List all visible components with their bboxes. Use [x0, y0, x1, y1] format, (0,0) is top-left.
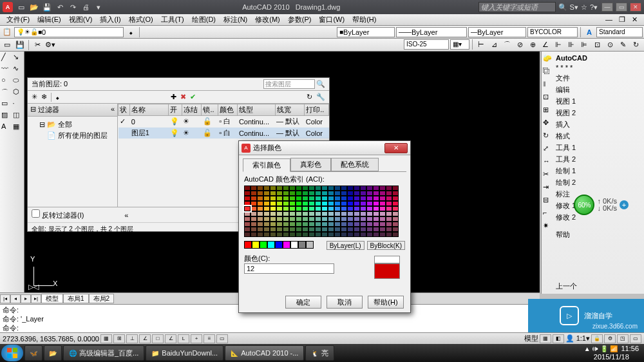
layer-row-0[interactable]: ✓0 💡☀ 🔓▫ 白 Continu...— 默认Color	[118, 116, 329, 128]
status-iso-icon[interactable]: ◳	[617, 334, 629, 343]
aci-swatch[interactable]	[308, 216, 315, 222]
aci-swatch[interactable]	[347, 216, 354, 222]
aci-swatch[interactable]	[328, 232, 334, 237]
aci-swatch[interactable]	[392, 186, 399, 191]
basic-color-swatch[interactable]	[244, 241, 252, 249]
aci-swatch[interactable]	[302, 232, 308, 237]
menu-dimension[interactable]: 标注(N)	[221, 15, 250, 24]
aci-swatch[interactable]	[251, 216, 257, 222]
tab-index-color[interactable]: 索引颜色	[243, 158, 290, 172]
panel-offset-icon[interactable]: ⊡	[543, 93, 552, 102]
spline-icon[interactable]: ∿	[13, 64, 22, 73]
panel-item-help[interactable]: 帮助	[556, 230, 643, 240]
aci-swatch[interactable]	[315, 222, 321, 227]
aci-swatch[interactable]	[334, 227, 341, 232]
layer-dropdown[interactable]: 💡☀🔓■ 0	[14, 27, 124, 37]
text-style-icon[interactable]: A	[583, 26, 595, 38]
aci-swatch[interactable]	[263, 191, 270, 196]
aci-swatch[interactable]	[373, 206, 379, 211]
doc-close-button[interactable]: ✕	[629, 15, 640, 24]
tab-true-color[interactable]: 真彩色	[290, 158, 331, 171]
arc-dim-icon[interactable]: ⌒	[501, 39, 513, 51]
panel-item-insert[interactable]: 插入	[556, 120, 643, 129]
aci-swatch[interactable]	[341, 191, 347, 196]
doc-restore-button[interactable]: ❐	[616, 15, 628, 24]
aci-swatch[interactable]	[392, 191, 399, 196]
ducs-toggle[interactable]: L	[178, 334, 189, 343]
aci-swatch[interactable]	[373, 227, 379, 232]
aci-swatch[interactable]	[263, 201, 270, 206]
aci-swatch[interactable]	[315, 227, 321, 232]
aci-swatch[interactable]	[270, 191, 276, 196]
aci-swatch[interactable]	[366, 211, 373, 216]
angular-dim-icon[interactable]: ∠	[540, 39, 551, 51]
clean-screen-icon[interactable]: ▭	[630, 334, 641, 343]
aci-swatch[interactable]	[315, 206, 321, 211]
aci-swatch[interactable]	[347, 191, 354, 196]
aci-swatch[interactable]	[244, 206, 251, 211]
aci-swatch[interactable]	[347, 222, 354, 227]
aci-swatch[interactable]	[366, 216, 373, 222]
panel-item-edit[interactable]: 编辑	[556, 85, 643, 95]
aci-swatch[interactable]	[328, 222, 334, 227]
aci-swatch[interactable]	[347, 227, 354, 232]
layer-search-input[interactable]: 搜索图层	[263, 79, 315, 89]
aci-swatch[interactable]	[315, 186, 321, 191]
dim-edit-icon[interactable]: ✎	[617, 39, 629, 51]
aci-swatch[interactable]	[334, 232, 341, 237]
layer-row-1[interactable]: 图层1 💡☀ 🔓▫ 白 Continu...— 默认Color	[118, 128, 329, 139]
aci-swatch[interactable]	[386, 201, 392, 206]
aci-swatch[interactable]	[257, 211, 263, 216]
aci-swatch[interactable]	[334, 196, 341, 201]
aci-swatch[interactable]	[289, 216, 296, 222]
aci-swatch[interactable]	[347, 196, 354, 201]
set-current-icon[interactable]: ✔	[190, 93, 196, 101]
aci-swatch[interactable]	[373, 201, 379, 206]
aci-swatch[interactable]	[366, 232, 373, 237]
menu-insert[interactable]: 插入(I)	[97, 15, 123, 24]
aci-swatch[interactable]	[354, 222, 360, 227]
aci-swatch[interactable]	[257, 201, 263, 206]
status-hw-icon[interactable]: ⚙	[604, 334, 616, 343]
infocenter-search-icon[interactable]: 🔍	[558, 3, 567, 12]
aci-swatch[interactable]	[289, 196, 296, 201]
aci-swatch[interactable]	[296, 232, 302, 237]
aci-swatch[interactable]	[251, 232, 257, 237]
aci-swatch[interactable]	[308, 232, 315, 237]
panel-item-view2[interactable]: 视图 2	[556, 108, 643, 118]
aci-swatch[interactable]	[244, 186, 251, 191]
aci-swatch[interactable]	[366, 191, 373, 196]
aci-swatch[interactable]	[276, 232, 283, 237]
aci-swatch[interactable]	[315, 201, 321, 206]
aci-swatch[interactable]	[360, 211, 366, 216]
invert-filter-checkbox[interactable]: 反转过滤器(I)	[32, 211, 84, 219]
app-logo-icon[interactable]: A	[3, 2, 13, 12]
aci-swatch[interactable]	[315, 216, 321, 222]
aci-swatch[interactable]	[366, 222, 373, 227]
aci-swatch[interactable]	[263, 232, 270, 237]
aci-swatch[interactable]	[296, 191, 302, 196]
aci-swatch[interactable]	[270, 216, 276, 222]
lwt-toggle[interactable]: ≡	[204, 334, 215, 343]
speed-orb[interactable]: 60%	[574, 195, 594, 215]
aci-swatch[interactable]	[283, 191, 289, 196]
save-icon[interactable]: 💾	[41, 2, 53, 12]
close-button[interactable]: ✕	[630, 3, 641, 12]
panel-stretch-icon[interactable]: ↔	[543, 157, 552, 166]
undo-icon[interactable]: ↶	[54, 2, 66, 12]
redo-icon[interactable]: ↷	[67, 2, 79, 12]
aci-swatch[interactable]	[283, 232, 289, 237]
aci-swatch[interactable]	[334, 216, 341, 222]
aci-swatch[interactable]	[289, 211, 296, 216]
aci-swatch[interactable]	[289, 191, 296, 196]
aci-swatch[interactable]	[360, 232, 366, 237]
aci-swatch[interactable]	[308, 186, 315, 191]
help-icon[interactable]: ?▾	[590, 3, 598, 12]
aci-swatch[interactable]	[302, 186, 308, 191]
aci-swatch[interactable]	[360, 222, 366, 227]
aci-swatch[interactable]	[328, 196, 334, 201]
settings-icon[interactable]: 🔧	[316, 93, 325, 101]
dyn-toggle[interactable]: +	[191, 334, 202, 343]
aci-swatch[interactable]	[366, 201, 373, 206]
aci-swatch[interactable]	[244, 196, 251, 201]
